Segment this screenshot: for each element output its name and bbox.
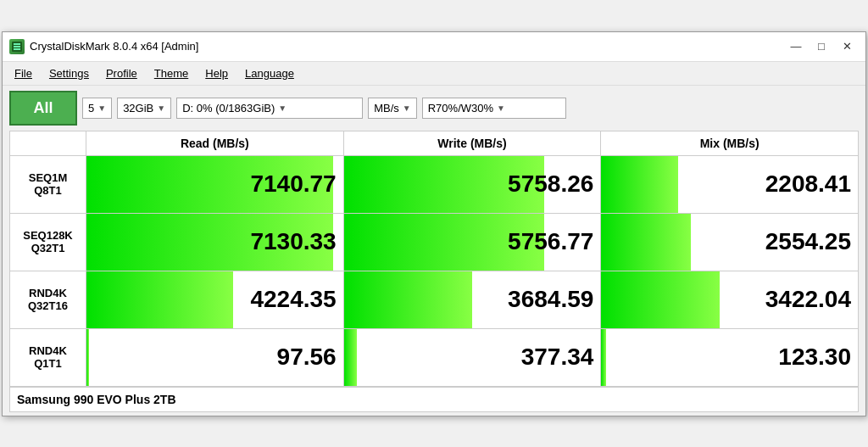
unit-dropdown-arrow: ▼: [403, 103, 411, 113]
results-table: Read (MB/s) Write (MB/s) Mix (MB/s) SEQ1…: [9, 131, 859, 387]
result-cell-mix: 3422.04: [601, 271, 859, 328]
bar-fill: [344, 271, 472, 328]
result-cell-write: 3684.59: [343, 271, 601, 328]
result-cell-mix: 2208.41: [601, 155, 859, 213]
main-window: CrystalDiskMark 8.0.4 x64 [Admin] — □ ✕ …: [2, 31, 866, 416]
row-label: SEQ1MQ8T1: [10, 155, 86, 213]
bar-fill: [601, 214, 691, 271]
menu-bar: File Settings Profile Theme Help Languag…: [3, 62, 865, 86]
bar-fill: [86, 271, 233, 328]
menu-language[interactable]: Language: [236, 64, 303, 83]
menu-profile[interactable]: Profile: [97, 64, 146, 83]
size-dropdown-arrow: ▼: [157, 103, 165, 113]
title-bar: CrystalDiskMark 8.0.4 x64 [Admin] — □ ✕: [3, 32, 865, 62]
result-value: 5758.26: [508, 170, 593, 198]
profile-dropdown-arrow: ▼: [497, 103, 505, 113]
toolbar: All 5 ▼ 32GiB ▼ D: 0% (0/1863GiB) ▼ MB/s…: [3, 86, 865, 131]
drive-dropdown-arrow: ▼: [278, 103, 287, 113]
svg-rect-3: [14, 43, 20, 45]
svg-rect-1: [14, 46, 20, 47]
table-row: RND4KQ32T164224.353684.593422.04: [10, 271, 859, 328]
menu-help[interactable]: Help: [197, 64, 236, 83]
app-icon: [9, 39, 25, 54]
unit-dropdown[interactable]: MB/s ▼: [368, 98, 417, 119]
bar-fill: [344, 329, 357, 386]
row-label: SEQ128KQ32T1: [10, 213, 86, 271]
result-value: 3684.59: [508, 286, 593, 313]
result-cell-write: 5758.26: [343, 155, 601, 213]
close-button[interactable]: ✕: [835, 37, 859, 56]
table-row: SEQ128KQ32T17130.335756.772554.25: [10, 213, 859, 271]
profile-dropdown[interactable]: R70%/W30% ▼: [422, 98, 566, 119]
menu-settings[interactable]: Settings: [41, 64, 97, 83]
result-value: 2208.41: [765, 170, 851, 198]
menu-theme[interactable]: Theme: [146, 64, 197, 83]
row-label: RND4KQ32T16: [10, 271, 86, 328]
menu-file[interactable]: File: [6, 64, 41, 83]
footer-label: Samsung 990 EVO Plus 2TB: [9, 387, 859, 412]
result-value: 123.30: [778, 344, 851, 371]
row-label: RND4KQ1T1: [10, 328, 86, 386]
result-value: 7130.33: [250, 228, 336, 255]
bar-fill: [601, 271, 719, 328]
window-title: CrystalDiskMark 8.0.4 x64 [Admin]: [30, 40, 198, 53]
result-value: 377.34: [521, 344, 594, 371]
result-value: 5756.77: [508, 228, 593, 255]
result-cell-read: 7130.33: [86, 213, 344, 271]
all-button[interactable]: All: [9, 91, 77, 126]
bar-fill: [601, 329, 606, 386]
col-header-write: Write (MB/s): [343, 131, 601, 155]
result-value: 3422.04: [765, 286, 851, 313]
result-cell-mix: 2554.25: [601, 213, 859, 271]
maximize-button[interactable]: □: [810, 37, 833, 56]
main-content: Read (MB/s) Write (MB/s) Mix (MB/s) SEQ1…: [3, 131, 865, 412]
result-value: 2554.25: [765, 228, 851, 255]
window-controls: — □ ✕: [784, 37, 859, 56]
table-row: RND4KQ1T197.56377.34123.30: [10, 328, 859, 386]
bar-fill: [601, 156, 678, 213]
result-cell-write: 5756.77: [343, 213, 601, 271]
title-bar-left: CrystalDiskMark 8.0.4 x64 [Admin]: [9, 39, 198, 54]
result-value: 97.56: [277, 344, 337, 371]
table-row: SEQ1MQ8T17140.775758.262208.41: [10, 155, 859, 213]
result-cell-mix: 123.30: [601, 328, 859, 386]
result-cell-read: 7140.77: [86, 155, 344, 213]
col-header-mix: Mix (MB/s): [601, 131, 859, 155]
result-value: 4224.35: [250, 286, 336, 313]
svg-rect-2: [14, 48, 20, 50]
bar-fill: [86, 329, 89, 386]
col-header-label: [10, 131, 86, 155]
col-header-read: Read (MB/s): [86, 131, 344, 155]
size-dropdown[interactable]: 32GiB ▼: [117, 98, 171, 119]
runs-dropdown-arrow: ▼: [97, 103, 106, 113]
result-cell-read: 97.56: [86, 328, 344, 386]
result-value: 7140.77: [250, 170, 336, 198]
minimize-button[interactable]: —: [784, 37, 808, 56]
drive-dropdown[interactable]: D: 0% (0/1863GiB) ▼: [176, 98, 363, 119]
runs-dropdown[interactable]: 5 ▼: [82, 98, 112, 119]
result-cell-read: 4224.35: [86, 271, 344, 328]
result-cell-write: 377.34: [343, 328, 601, 386]
